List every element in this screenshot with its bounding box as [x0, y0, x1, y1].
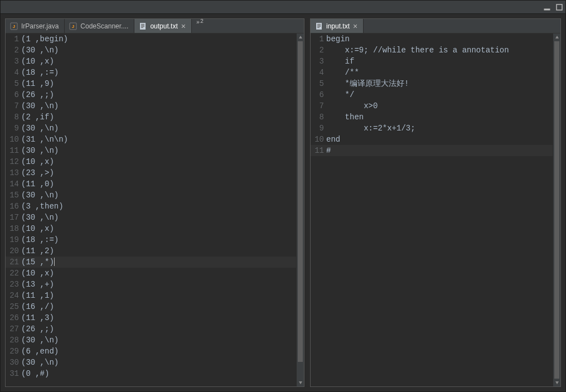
line-number: 24 — [6, 290, 21, 301]
line-row[interactable]: 4 /** — [311, 67, 553, 78]
line-row[interactable]: 25(16 ,/) — [6, 301, 296, 312]
line-row[interactable]: 11# — [311, 145, 553, 156]
line-row[interactable]: 30(30 ,\n) — [6, 357, 296, 368]
scroll-down-icon[interactable] — [297, 379, 304, 386]
tab-overflow-button[interactable]: »2 — [192, 19, 208, 33]
line-row[interactable]: 3(10 ,x) — [6, 56, 296, 67]
left-scrollbar[interactable] — [296, 33, 304, 386]
java-file-icon: J — [69, 22, 77, 30]
line-row[interactable]: 24(11 ,1) — [6, 290, 296, 301]
line-number: 9 — [6, 123, 21, 134]
line-number: 5 — [311, 78, 326, 89]
text-caret — [54, 258, 55, 266]
line-row[interactable]: 10(31 ,\n\n) — [6, 134, 296, 145]
line-content: (3 ,then) — [21, 201, 296, 212]
line-row[interactable]: 10end — [311, 134, 553, 145]
line-row[interactable]: 9 x:=2*x+1/3; — [311, 123, 553, 134]
line-number: 4 — [311, 67, 326, 78]
main-split: JIrParser.javaJCodeScanner....output.txt… — [1, 14, 565, 391]
line-row[interactable]: 27(26 ,;) — [6, 323, 296, 335]
line-row[interactable]: 5 *编译原理大法好! — [311, 78, 553, 89]
tab-output-txt[interactable]: output.txt× — [134, 19, 192, 33]
line-content: (2 ,if) — [21, 112, 296, 123]
line-number: 15 — [6, 190, 21, 201]
line-row[interactable]: 12(10 ,x) — [6, 156, 296, 167]
svg-text:J: J — [13, 24, 15, 29]
line-number: 19 — [6, 234, 21, 245]
line-row[interactable]: 6 */ — [311, 89, 553, 100]
line-row[interactable]: 8(2 ,if) — [6, 112, 296, 123]
line-row[interactable]: 8 then — [311, 112, 553, 123]
line-row[interactable]: 23(13 ,+) — [6, 279, 296, 290]
svg-rect-16 — [317, 26, 321, 27]
line-row[interactable]: 3 if — [311, 56, 553, 67]
line-row[interactable]: 28(30 ,\n) — [6, 335, 296, 346]
line-content: (11 ,2) — [21, 245, 296, 257]
line-row[interactable]: 20(11 ,2) — [6, 245, 296, 257]
line-number: 16 — [6, 201, 21, 212]
line-content: (30 ,\n) — [21, 100, 296, 112]
svg-marker-12 — [299, 381, 302, 384]
scrollbar-thumb[interactable] — [298, 41, 303, 362]
line-number: 9 — [311, 123, 326, 134]
line-content: (30 ,\n) — [21, 212, 296, 223]
scroll-up-icon[interactable] — [553, 33, 560, 41]
line-content: (10 ,x) — [21, 56, 296, 67]
line-row[interactable]: 17(30 ,\n) — [6, 212, 296, 223]
line-row[interactable]: 7(30 ,\n) — [6, 100, 296, 112]
tab-label: IrParser.java — [21, 22, 59, 30]
tab-codescanner-[interactable]: JCodeScanner.... — [65, 19, 134, 33]
line-number: 10 — [6, 134, 21, 145]
line-row[interactable]: 26(11 ,3) — [6, 312, 296, 323]
tab-input-txt[interactable]: input.txt× — [311, 19, 364, 33]
line-number: 10 — [311, 134, 326, 145]
tab-irparser-java[interactable]: JIrParser.java — [6, 19, 65, 33]
line-row[interactable]: 9(30 ,\n) — [6, 123, 296, 134]
right-editor[interactable]: 1begin2 x:=9; //while there is a annotat… — [311, 33, 553, 386]
line-row[interactable]: 1(1 ,begin) — [6, 33, 296, 45]
line-content: (15 ,*) — [21, 257, 296, 268]
left-editor[interactable]: 1(1 ,begin)2(30 ,\n)3(10 ,x)4(18 ,:=)5(1… — [6, 33, 296, 386]
minimize-button[interactable] — [543, 3, 551, 11]
line-row[interactable]: 5(11 ,9) — [6, 78, 296, 89]
line-row[interactable]: 16(3 ,then) — [6, 201, 296, 212]
line-number: 1 — [6, 33, 21, 45]
line-row[interactable]: 21(15 ,*) — [6, 257, 296, 268]
line-row[interactable]: 19(18 ,:=) — [6, 234, 296, 245]
line-content: (18 ,:=) — [21, 234, 296, 245]
line-content: x>0 — [326, 100, 553, 112]
line-content: (13 ,+) — [21, 279, 296, 290]
scroll-up-icon[interactable] — [297, 33, 304, 41]
line-row[interactable]: 22(10 ,x) — [6, 268, 296, 279]
svg-rect-9 — [141, 26, 144, 27]
line-row[interactable]: 2 x:=9; //while there is a annotation — [311, 45, 553, 56]
scrollbar-thumb[interactable] — [554, 41, 559, 379]
tab-label: output.txt — [150, 22, 177, 30]
line-content: (30 ,\n) — [21, 45, 296, 56]
scroll-down-icon[interactable] — [553, 379, 560, 386]
maximize-button[interactable] — [555, 3, 563, 11]
line-row[interactable]: 7 x>0 — [311, 100, 553, 112]
line-row[interactable]: 4(18 ,:=) — [6, 67, 296, 78]
line-number: 7 — [6, 100, 21, 112]
line-row[interactable]: 2(30 ,\n) — [6, 45, 296, 56]
line-row[interactable]: 6(26 ,;) — [6, 89, 296, 100]
line-row[interactable]: 11(30 ,\n) — [6, 145, 296, 156]
close-icon[interactable]: × — [353, 22, 357, 30]
line-number: 18 — [6, 223, 21, 234]
line-number: 13 — [6, 167, 21, 178]
line-row[interactable]: 14(11 ,0) — [6, 178, 296, 190]
line-row[interactable]: 15(30 ,\n) — [6, 190, 296, 201]
line-content: (10 ,x) — [21, 268, 296, 279]
line-number: 8 — [311, 112, 326, 123]
line-row[interactable]: 13(23 ,>) — [6, 167, 296, 178]
line-row[interactable]: 31(0 ,#) — [6, 368, 296, 379]
right-scrollbar[interactable] — [553, 33, 560, 386]
line-row[interactable]: 29(6 ,end) — [6, 346, 296, 357]
line-row[interactable]: 1begin — [311, 33, 553, 45]
line-number: 4 — [6, 67, 21, 78]
line-content: (11 ,9) — [21, 78, 296, 89]
line-content: (26 ,;) — [21, 323, 296, 335]
close-icon[interactable]: × — [181, 22, 186, 30]
line-row[interactable]: 18(10 ,x) — [6, 223, 296, 234]
